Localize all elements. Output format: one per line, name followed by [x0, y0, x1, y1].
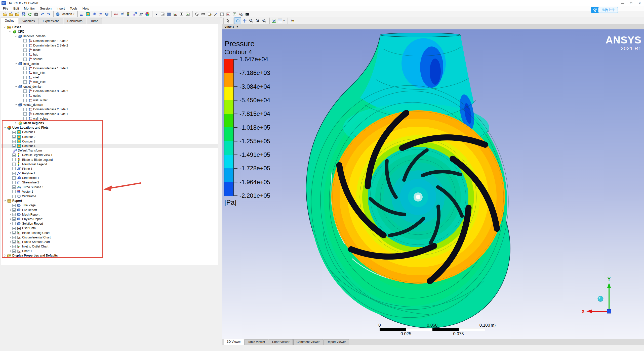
- visibility-checkbox[interactable]: [23, 67, 27, 70]
- clip-plane-icon[interactable]: [138, 11, 144, 17]
- visibility-checkbox[interactable]: [12, 208, 16, 212]
- chevron-open-icon[interactable]: [8, 30, 12, 34]
- tree-item-wall-volute[interactable]: wall_volute: [1, 116, 218, 121]
- tree-item-hub-inlet[interactable]: hub_inlet: [1, 71, 218, 75]
- visibility-checkbox[interactable]: [12, 140, 16, 143]
- visibility-checkbox[interactable]: [23, 89, 27, 93]
- visibility-checkbox[interactable]: [12, 236, 16, 239]
- tab-comment-viewer[interactable]: Comment Viewer: [293, 339, 323, 345]
- tree-item-solution-report[interactable]: Solution Report: [1, 221, 218, 226]
- chevron-open-icon[interactable]: [3, 126, 7, 130]
- tree-item-wireframe[interactable]: Wireframe: [1, 194, 218, 198]
- view-selector-bar[interactable]: View 1 ▼: [222, 24, 644, 30]
- tree-item-inlet-to-outlet-chart[interactable]: Inlet to Outlet Chart: [1, 244, 218, 249]
- comment-icon[interactable]: A: [178, 11, 185, 17]
- tree-item-meridional-legend[interactable]: Meridional Legend: [1, 162, 218, 167]
- select-icon[interactable]: *: [225, 18, 231, 24]
- report-template-icon[interactable]: [231, 11, 238, 17]
- tree-item-default-legend-view-1[interactable]: Default Legend View 1: [1, 153, 218, 157]
- visibility-checkbox[interactable]: [12, 163, 16, 166]
- tree-item-impeller-domain[interactable]: impeller_domain: [1, 34, 218, 38]
- visibility-checkbox[interactable]: [23, 48, 27, 52]
- tree-item-circumferential-chart[interactable]: Circumferential Chart: [1, 235, 218, 240]
- tree-item-physics-report[interactable]: Physics Report: [1, 217, 218, 221]
- tab-variables[interactable]: Variables: [19, 18, 38, 24]
- compare-icon[interactable]: ½: [238, 11, 244, 17]
- visibility-checkbox[interactable]: [12, 154, 16, 157]
- chart-icon[interactable]: [172, 11, 178, 17]
- chevron-open-icon[interactable]: [3, 199, 7, 203]
- tree-item-report[interactable]: Report: [1, 198, 218, 203]
- visibility-checkbox[interactable]: [23, 108, 27, 111]
- pan-icon[interactable]: [241, 18, 248, 24]
- tree-item-domain-interface-3-side-2[interactable]: Domain Interface 3 Side 2: [1, 89, 218, 93]
- tab-table-viewer[interactable]: Table Viewer: [245, 339, 268, 345]
- tree-item-inlet-domin[interactable]: inlet_domin: [1, 62, 218, 66]
- tree-item-domain-interface-2-side-2[interactable]: Domain Interface 2 Side 2: [1, 43, 218, 48]
- visibility-checkbox[interactable]: [23, 53, 27, 56]
- tree-item-domain-interface-2-side-1[interactable]: Domain Interface 2 Side 1: [1, 107, 218, 112]
- zoom-box-icon[interactable]: [248, 18, 254, 24]
- maximize-button[interactable]: □: [627, 0, 635, 6]
- visibility-checkbox[interactable]: [12, 181, 16, 184]
- visibility-checkbox[interactable]: [12, 195, 16, 198]
- visibility-checkbox[interactable]: [12, 245, 16, 248]
- tree-item-mesh-regions[interactable]: Mesh Regions: [1, 121, 218, 125]
- timestep-icon[interactable]: [194, 11, 200, 17]
- chevron-open-icon[interactable]: [14, 103, 18, 107]
- chevron-closed-icon[interactable]: [8, 208, 12, 212]
- snapshot-icon[interactable]: [33, 11, 39, 17]
- chevron-closed-icon[interactable]: [8, 244, 12, 248]
- tree-item-domain-interface-3-side-1[interactable]: Domain Interface 3 Side 1: [1, 112, 218, 116]
- tree-item-user-data[interactable]: AUser Data: [1, 226, 218, 230]
- visibility-checkbox[interactable]: [12, 167, 16, 170]
- animation-icon[interactable]: [200, 11, 206, 17]
- zoom-auto-icon[interactable]: [261, 18, 267, 24]
- tree-item-chart-1[interactable]: Chart 1: [1, 249, 218, 253]
- point-icon[interactable]: [119, 11, 125, 17]
- tree-item-default-transform[interactable]: Default Transform: [1, 148, 218, 153]
- chevron-closed-icon[interactable]: [8, 217, 12, 221]
- chevron-open-icon[interactable]: [14, 85, 18, 89]
- tree-item-blade-to-blade-legend[interactable]: Blade to Blade Legend: [1, 157, 218, 162]
- chevron-closed-icon[interactable]: [14, 121, 18, 125]
- tree-item-wall-outlet[interactable]: wall_outlet: [1, 98, 218, 103]
- visibility-checkbox[interactable]: [12, 204, 16, 207]
- zoom-in-icon[interactable]: [254, 18, 261, 24]
- close-button[interactable]: ×: [635, 0, 644, 6]
- save-icon[interactable]: [20, 11, 27, 17]
- menu-tools[interactable]: Tools: [67, 7, 80, 10]
- tree-item-wall-inlet[interactable]: wall_inlet: [1, 80, 218, 84]
- tab-report-viewer[interactable]: Report Viewer: [324, 339, 349, 345]
- visibility-checkbox[interactable]: [23, 76, 27, 79]
- tree-item-domain-interface-1-side-1[interactable]: Domain Interface 1 Side 1: [1, 66, 218, 71]
- visibility-checkbox[interactable]: [12, 240, 16, 243]
- color-map-icon[interactable]: [144, 11, 150, 17]
- chevron-open-icon[interactable]: [14, 62, 18, 66]
- tree-item-cases[interactable]: Cases: [1, 25, 218, 29]
- chevron-closed-icon[interactable]: [8, 213, 12, 217]
- tree-item-contour-4[interactable]: Contour 4: [1, 144, 218, 148]
- visibility-checkbox[interactable]: [12, 176, 16, 180]
- visibility-checkbox[interactable]: [12, 185, 16, 189]
- visibility-checkbox[interactable]: [12, 135, 16, 138]
- reload-icon[interactable]: [27, 11, 33, 17]
- tree-item-file-report[interactable]: File Report: [1, 208, 218, 212]
- tree-item-inlet[interactable]: inlet: [1, 75, 218, 80]
- menu-session[interactable]: Session: [37, 7, 54, 10]
- chevron-closed-icon[interactable]: [8, 231, 12, 235]
- visibility-checkbox[interactable]: [12, 213, 16, 216]
- minimize-button[interactable]: —: [618, 0, 627, 6]
- visibility-checkbox[interactable]: [23, 99, 27, 102]
- legend-icon[interactable]: [125, 11, 132, 17]
- visibility-checkbox[interactable]: [12, 222, 16, 225]
- tree-item-cfx[interactable]: CFX: [1, 29, 218, 34]
- tree-item-streamline-1[interactable]: Streamline 1: [1, 176, 218, 180]
- menu-insert[interactable]: Insert: [54, 7, 67, 10]
- tree-item-volute-domain[interactable]: volute_domain: [1, 103, 218, 107]
- expressions-icon[interactable]: x: [153, 11, 159, 17]
- visibility-checkbox[interactable]: [12, 227, 16, 230]
- menu-monitor[interactable]: Monitor: [21, 7, 37, 10]
- visibility-checkbox[interactable]: [12, 249, 16, 253]
- visibility-checkbox[interactable]: [12, 217, 16, 221]
